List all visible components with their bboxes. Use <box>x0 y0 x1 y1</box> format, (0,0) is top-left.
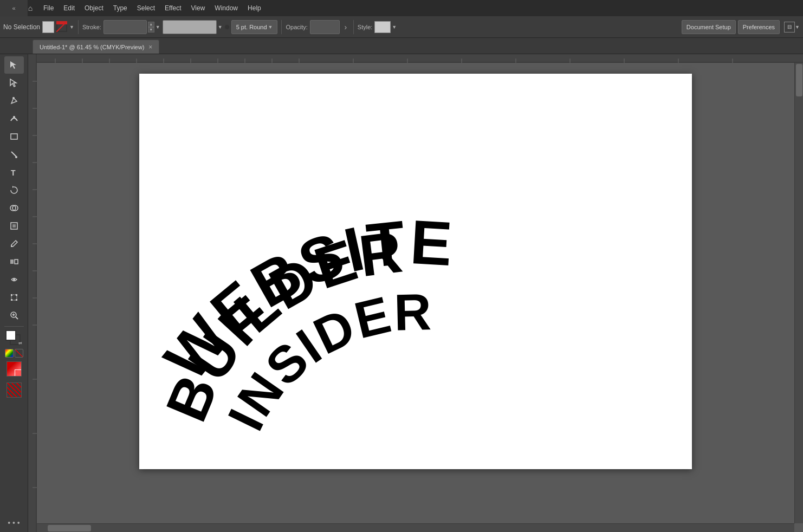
vertical-ruler <box>28 54 37 532</box>
svg-rect-25 <box>16 299 17 301</box>
no-selection-label: No Selection <box>3 23 40 31</box>
stroke-value-input[interactable] <box>103 20 147 34</box>
horizontal-scrollbar-thumb[interactable] <box>48 525 91 531</box>
direct-selection-tool-button[interactable] <box>4 74 24 92</box>
svg-point-20 <box>13 278 15 281</box>
svg-text:T: T <box>11 168 16 177</box>
menu-view[interactable]: View <box>187 2 210 14</box>
stroke-label: Stroke: <box>82 24 101 30</box>
fill-gradient-block[interactable] <box>4 361 24 381</box>
fill-stroke-selector[interactable]: ⇄ <box>4 329 24 346</box>
arrange-dropdown-arrow[interactable]: ▼ <box>795 24 800 30</box>
shape-builder-tool-button[interactable] <box>4 199 24 217</box>
document-tab[interactable]: Untitled-1* @ 61.45 % (CMYK/Preview) × <box>33 40 159 54</box>
canvas-area[interactable]: WEBSITE BUILDER INSIDER <box>28 54 803 532</box>
tab-bar: « Untitled-1* @ 61.45 % (CMYK/Preview) × <box>0 38 803 54</box>
horizontal-ruler <box>28 54 803 63</box>
menu-window[interactable]: Window <box>210 2 242 14</box>
svg-point-7 <box>13 116 15 118</box>
svg-marker-4 <box>10 61 16 69</box>
stroke-spinner[interactable]: ▲ ▼ <box>148 22 154 33</box>
fill-chip[interactable] <box>5 330 16 341</box>
pattern-swatch[interactable] <box>7 382 22 398</box>
opacity-input[interactable]: 100% <box>310 20 340 34</box>
color-mode-btn[interactable] <box>5 349 14 358</box>
color-mode-buttons <box>5 349 23 358</box>
svg-line-27 <box>16 317 18 319</box>
menu-type[interactable]: Type <box>109 2 132 14</box>
arrange-icon[interactable]: ⊟ <box>784 22 795 33</box>
artboard-tool-button[interactable] <box>4 217 24 235</box>
menu-file[interactable]: File <box>39 2 58 14</box>
svg-point-17 <box>11 245 12 247</box>
svg-rect-8 <box>11 134 17 139</box>
vertical-scrollbar[interactable] <box>794 63 803 523</box>
text-tool-button[interactable]: T <box>4 164 24 181</box>
svg-rect-16 <box>12 224 16 228</box>
warp-tool-button[interactable] <box>4 271 24 288</box>
menu-edit[interactable]: Edit <box>59 2 79 14</box>
style-swatch[interactable] <box>374 21 391 33</box>
tab-title: Untitled-1* @ 61.45 % (CMYK/Preview) <box>40 44 144 50</box>
stroke-dropdown-arrow[interactable]: ▼ <box>69 24 74 30</box>
svg-rect-30 <box>28 54 803 63</box>
selection-tool-button[interactable] <box>4 56 24 74</box>
canvas-container[interactable]: WEBSITE BUILDER INSIDER <box>37 63 794 532</box>
menu-object[interactable]: Object <box>80 2 108 14</box>
menu-select[interactable]: Select <box>133 2 159 14</box>
eyedropper-tool-button[interactable] <box>4 235 24 252</box>
horizontal-scrollbar[interactable] <box>37 523 794 532</box>
zoom-tool-button[interactable] <box>4 307 24 324</box>
toolbar-separator-2 <box>281 20 282 34</box>
color-dropdown-arrow[interactable]: ▼ <box>218 24 223 30</box>
panel-collapse-btn[interactable]: « <box>0 0 28 16</box>
rotate-tool-button[interactable] <box>4 181 24 199</box>
style-dropdown-arrow[interactable]: ▼ <box>392 24 397 30</box>
artwork-svg: WEBSITE BUILDER INSIDER <box>139 74 692 469</box>
svg-marker-12 <box>12 186 14 188</box>
none-mode-btn[interactable] <box>15 349 23 358</box>
color-picker-input[interactable] <box>163 20 217 34</box>
vertical-scrollbar-thumb[interactable] <box>796 64 802 96</box>
pen-tool-button[interactable] <box>4 92 24 109</box>
svg-rect-19 <box>15 259 18 264</box>
fill-swatch[interactable] <box>42 21 54 33</box>
free-transform-tool-button[interactable] <box>4 289 24 306</box>
opacity-arrow[interactable]: › <box>342 20 349 34</box>
svg-rect-18 <box>10 259 14 264</box>
stroke-val-dropdown[interactable]: ▼ <box>156 24 160 30</box>
menu-help[interactable]: Help <box>243 2 265 14</box>
toolbar-separator-1 <box>78 20 79 34</box>
toolbar-divider-1 <box>4 326 24 327</box>
swap-colors-icon[interactable]: ⇄ <box>18 341 24 346</box>
stroke-down-btn[interactable]: ▼ <box>148 27 154 33</box>
document-setup-button[interactable]: Document Setup <box>682 20 736 34</box>
svg-rect-23 <box>16 294 17 296</box>
left-toolbar: T <box>0 54 28 532</box>
preferences-button[interactable]: Preferences <box>738 20 780 34</box>
svg-point-10 <box>15 156 17 158</box>
svg-rect-22 <box>11 294 12 296</box>
stroke-up-btn[interactable]: ▲ <box>148 22 154 27</box>
menu-bar: Ai ⌂ File Edit Object Type Select Effect… <box>0 0 803 16</box>
svg-point-6 <box>12 97 15 99</box>
tab-close-button[interactable]: × <box>148 43 152 51</box>
stroke-dot-icon <box>225 25 229 29</box>
curvature-tool-button[interactable] <box>4 110 24 127</box>
blend-tool-button[interactable] <box>4 253 24 270</box>
toolbar-separator-3 <box>353 20 354 34</box>
rectangle-tool-button[interactable] <box>4 128 24 145</box>
artboard: WEBSITE BUILDER INSIDER <box>139 74 692 469</box>
opacity-label: Opacity: <box>286 24 307 30</box>
menu-effect[interactable]: Effect <box>160 2 185 14</box>
svg-rect-50 <box>28 54 37 532</box>
stroke-indicator[interactable] <box>56 21 68 33</box>
selection-section: No Selection <box>3 23 40 31</box>
stroke-weight-select[interactable]: 5 pt. Round ▼ <box>231 20 278 34</box>
svg-marker-5 <box>10 79 16 87</box>
paintbrush-tool-button[interactable] <box>4 146 24 163</box>
svg-rect-24 <box>11 299 12 301</box>
gradient-swatch <box>7 361 22 377</box>
control-toolbar: No Selection ▼ Stroke: ▲ ▼ ▼ ▼ 5 pt. <box>0 16 803 38</box>
more-tools-button[interactable]: • • • <box>4 516 24 530</box>
